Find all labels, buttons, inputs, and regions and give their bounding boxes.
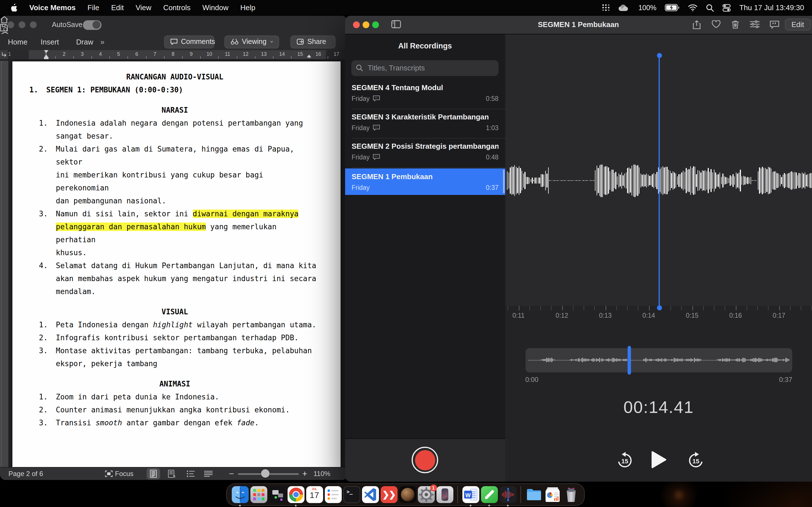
doc-heading: NARASI — [29, 103, 320, 116]
record-button[interactable] — [415, 450, 435, 470]
ruler-number: 2 — [61, 51, 67, 57]
vm-share-icon[interactable] — [692, 20, 701, 29]
dock-vscode-icon[interactable] — [362, 486, 378, 503]
recording-row-selected[interactable]: SEGMEN 1 PembukaanFriday0:37 — [345, 168, 505, 194]
first-line-indent-marker[interactable] — [44, 50, 48, 53]
tabs-overflow-chevrons[interactable]: » — [100, 38, 104, 46]
search-input[interactable] — [366, 63, 494, 73]
battery-icon[interactable] — [665, 4, 679, 11]
share-button[interactable]: Share — [290, 35, 336, 48]
skip-forward-15-button[interactable]: 15 — [688, 451, 704, 469]
word-minimize-button[interactable] — [18, 21, 26, 28]
print-layout-icon[interactable] — [150, 469, 157, 477]
dock-downloads-folder-icon[interactable] — [525, 486, 542, 503]
tab-insert[interactable]: Insert — [41, 38, 59, 46]
zoom-level-label[interactable]: 110% — [313, 469, 331, 477]
recording-row[interactable]: SEGMEN 4 Tentang ModulFriday0:58 — [345, 79, 505, 108]
search-field[interactable] — [351, 60, 499, 76]
dock-window-manager-icon[interactable] — [269, 486, 286, 503]
scrubber-playhead[interactable] — [628, 346, 631, 374]
dock-chrome-icon[interactable] — [287, 486, 304, 503]
menu-app-name[interactable]: Voice Memos — [29, 3, 75, 12]
onedrive-cloud-icon[interactable] — [619, 4, 630, 11]
menu-file[interactable]: File — [87, 3, 99, 12]
transcript-icon[interactable] — [769, 20, 779, 29]
menu-window[interactable]: Window — [202, 3, 229, 12]
menu-help[interactable]: Help — [240, 3, 255, 12]
playback-settings-icon[interactable] — [750, 20, 759, 28]
document-page[interactable]: RANCANGAN AUDIO-VISUAL1.SEGMEN 1: PEMBUK… — [12, 61, 341, 467]
tab-home[interactable]: Home — [8, 38, 28, 46]
document-content[interactable]: RANCANGAN AUDIO-VISUAL1.SEGMEN 1: PEMBUK… — [29, 70, 320, 429]
running-indicator — [295, 505, 297, 506]
wifi-icon[interactable] — [688, 4, 698, 11]
favorite-heart-icon[interactable] — [711, 20, 720, 28]
page-indicator[interactable]: Page 2 of 6 — [8, 469, 43, 477]
draft-view-icon[interactable] — [204, 470, 213, 477]
web-layout-icon[interactable] — [168, 469, 176, 477]
recording-row[interactable]: SEGMEN 2 Posisi Strategis pertambanganFr… — [345, 138, 505, 167]
transcript-badge-icon — [373, 124, 380, 131]
dock-planet-icon[interactable] — [399, 486, 416, 503]
dock-reminders-icon[interactable] — [324, 486, 342, 503]
right-indent-marker[interactable] — [307, 54, 311, 57]
delete-trash-icon[interactable] — [731, 20, 739, 29]
dock-red-chevrons-icon[interactable]: ❯❯ — [380, 486, 397, 503]
spotlight-search-icon[interactable] — [706, 4, 714, 11]
zoom-out-button[interactable]: − — [229, 468, 234, 478]
word-close-button[interactable] — [7, 21, 14, 28]
dock-notes-pencil-icon[interactable] — [481, 486, 498, 503]
timeline-label: 0:11 — [507, 312, 530, 319]
skip-back-15-button[interactable]: 15 — [616, 451, 633, 469]
overview-end-label: 0:37 — [779, 376, 792, 383]
ruler-number: 5 — [115, 51, 122, 57]
recording-row[interactable]: SEGMEN 3 Karakteristik PertambanganFrida… — [345, 108, 505, 138]
sidebar-scrollbar[interactable] — [503, 169, 504, 193]
apple-logo-icon[interactable] — [10, 3, 17, 12]
hanging-indent-marker[interactable] — [44, 54, 48, 57]
menu-clock[interactable]: Thu 17 Jul 13:49:30 — [739, 3, 804, 12]
playhead-top-dot[interactable] — [657, 53, 662, 58]
dock-word-icon[interactable]: W — [462, 486, 479, 503]
outline-view-icon[interactable] — [187, 470, 195, 477]
focus-icon[interactable] — [105, 470, 113, 477]
autosave-toggle[interactable] — [83, 20, 101, 30]
viewing-button[interactable]: Viewing — [224, 35, 279, 48]
menu-controls[interactable]: Controls — [163, 3, 191, 12]
dock-trash-icon[interactable] — [562, 486, 579, 503]
dock-terminal-icon[interactable]: >_ — [343, 486, 360, 503]
dock-iphone-mirroring-icon[interactable] — [436, 486, 453, 503]
comments-button[interactable]: Comments — [164, 35, 214, 48]
doc-list-item: 1.Peta Indonesia dengan highlight wilaya… — [29, 318, 320, 331]
horizontal-ruler[interactable]: 1 1234567891011121314151617 — [0, 50, 347, 59]
vertical-ruler[interactable] — [1, 61, 9, 467]
edit-button[interactable]: Edit — [784, 18, 811, 30]
ruler-number: 13 — [260, 51, 267, 57]
zoom-slider-knob[interactable] — [261, 469, 269, 478]
focus-label[interactable]: Focus — [115, 469, 133, 477]
dock-documents-stack-icon[interactable] — [544, 486, 561, 503]
doc-list-item: 3.Montase aktivitas pertambangan: tamban… — [29, 344, 320, 370]
word-zoom-button[interactable] — [30, 21, 37, 28]
notification-badge: 1 — [430, 485, 437, 491]
apps-grid-icon[interactable] — [602, 4, 610, 11]
control-center-icon[interactable] — [722, 4, 731, 11]
battery-percent-label: 100% — [638, 4, 656, 11]
overview-scrubber[interactable] — [525, 348, 792, 372]
dock-calendar-icon[interactable]: JUL17 — [306, 486, 323, 503]
play-button[interactable] — [651, 450, 666, 468]
tab-draw[interactable]: Draw — [76, 38, 93, 46]
timeline-label: 0:15 — [681, 312, 703, 319]
ruler-margin-number: 1 — [6, 51, 13, 57]
menu-edit[interactable]: Edit — [111, 3, 124, 12]
doc-list-item: 4.Selamat datang di Hukum Pertambangan L… — [29, 259, 320, 298]
zoom-in-button[interactable]: + — [302, 468, 307, 478]
dock-settings-icon[interactable]: 1 — [417, 486, 435, 503]
dock-finder-icon[interactable] — [232, 486, 248, 503]
dock-voice-memos-icon[interactable] — [499, 486, 516, 503]
ruler-number: 9 — [188, 51, 195, 57]
menu-view[interactable]: View — [136, 3, 151, 12]
playhead-bottom-dot[interactable] — [657, 305, 662, 310]
playhead-line[interactable] — [659, 55, 660, 308]
dock-launchpad-icon[interactable] — [250, 486, 267, 503]
